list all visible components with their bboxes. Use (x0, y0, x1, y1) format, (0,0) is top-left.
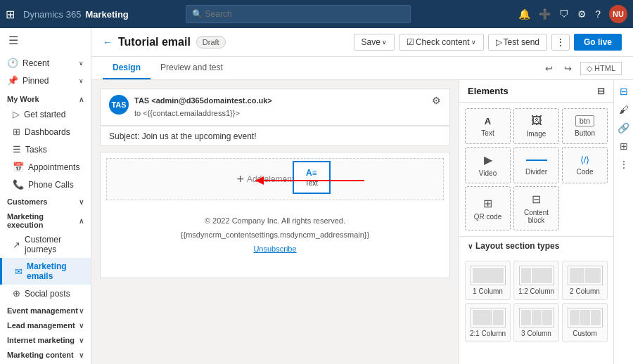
mywork-group-header[interactable]: My Work ∧ (0, 91, 91, 105)
element-card-qr-code[interactable]: ⊞ QR code (465, 186, 511, 230)
from-avatar: TAS (109, 95, 129, 115)
column (473, 268, 504, 283)
sidebar-item-phone-calls[interactable]: 📞 Phone Calls (0, 176, 91, 193)
html-button[interactable]: ◇ HTML (580, 62, 622, 75)
from-name: TAS <admin@d365domaintest.co.uk> (134, 95, 272, 108)
customers-group-header[interactable]: Customers ∨ (0, 193, 91, 208)
lead-management-group-header[interactable]: Lead management ∨ (0, 317, 91, 332)
element-card-content-block[interactable]: ⊟ Content block (513, 186, 559, 230)
sidebar-item-recent[interactable]: 🕐 Recent ∨ (0, 54, 91, 72)
element-card-image[interactable]: 🖼 Image (513, 108, 559, 144)
back-button[interactable]: ← (103, 37, 113, 48)
search-icon: 🔍 (192, 9, 203, 19)
column (585, 268, 601, 283)
email-meta: TAS TAS <admin@d365domaintest.co.uk> to … (100, 89, 450, 126)
rocket-icon: ▷ (13, 109, 20, 119)
layout-card-1-column[interactable]: 1 Column (465, 261, 511, 300)
check-content-button[interactable]: ☑ Check content ∨ (399, 34, 484, 51)
email-from: TAS TAS <admin@d365domaintest.co.uk> to … (109, 95, 272, 119)
marketing-execution-group-header[interactable]: Marketing execution ∧ (0, 208, 91, 231)
internet-marketing-group-header[interactable]: Internet marketing ∨ (0, 332, 91, 346)
tabs-left: Design Preview and test (103, 57, 233, 79)
add-icon[interactable]: ➕ (539, 8, 551, 20)
filter-icon[interactable]: ⛉ (559, 8, 569, 20)
sidebar-item-pinned[interactable]: 📌 Pinned ∨ (0, 72, 91, 89)
column (521, 310, 531, 325)
layout-visual-21col (471, 308, 506, 327)
email-body[interactable]: + Add element here A≡ Text (100, 152, 450, 278)
redo-button[interactable]: ↪ (561, 62, 575, 75)
layout-tool-icon[interactable]: ⊞ (620, 141, 628, 152)
element-card-button[interactable]: btn Button (562, 108, 608, 144)
settings-icon[interactable]: ⚙ (577, 8, 587, 20)
layout-card-custom[interactable]: Custom (562, 303, 608, 342)
dashboard-icon: ⊞ (13, 126, 20, 137)
unsubscribe-link[interactable]: Unsubscribe (253, 245, 296, 253)
search-bar[interactable]: 🔍 (186, 5, 411, 23)
tab-preview[interactable]: Preview and test (151, 57, 233, 79)
text-icon: A (485, 116, 491, 126)
top-navigation: ⊞ Dynamics 365 Marketing 🔍 🔔 ➕ ⛉ ⚙ ? NU (0, 0, 633, 28)
layout-card-21-column[interactable]: 2:1 Column (465, 303, 511, 342)
hamburger-button[interactable]: ☰ (0, 28, 91, 53)
go-live-button[interactable]: Go live (574, 34, 622, 51)
help-icon[interactable]: ? (595, 8, 601, 20)
more-options-button[interactable]: ⋮ (551, 34, 570, 51)
from-details: TAS <admin@d365domaintest.co.uk> to <{{c… (134, 95, 272, 119)
sidebar-item-marketing-emails[interactable]: ✉ Marketing emails (0, 258, 91, 285)
layout-card-2-column[interactable]: 2 Column (562, 261, 608, 300)
right-tools: ⊟ 🖌 🔗 ⊞ ⋮ (613, 80, 633, 364)
column (591, 310, 601, 325)
layout-visual-12col (519, 266, 554, 285)
save-button[interactable]: Save ∨ (354, 34, 395, 51)
grid-icon[interactable]: ⊞ (6, 8, 15, 21)
lead-management-label: Lead management (7, 321, 75, 330)
user-avatar[interactable]: NU (609, 5, 627, 23)
sidebar-item-dashboards[interactable]: ⊞ Dashboards (0, 123, 91, 141)
test-send-label: Test send (504, 37, 539, 47)
layout-card-12-column[interactable]: 1:2 Column (513, 261, 559, 300)
element-card-video[interactable]: ▶ Video (465, 147, 511, 183)
search-input[interactable] (205, 9, 404, 19)
email-icon: ✉ (15, 266, 23, 277)
event-management-group-header[interactable]: Event management ∨ (0, 302, 91, 317)
link-tool-icon[interactable]: 🔗 (618, 122, 629, 134)
element-text-label: Text (481, 129, 494, 137)
brand-logo: Dynamics 365 Marketing (23, 9, 129, 20)
extra-tool-icon[interactable]: ⋮ (619, 159, 629, 170)
sidebar-item-get-started[interactable]: ▷ Get started (0, 105, 91, 123)
sidebar-item-tasks[interactable]: ☰ Tasks (0, 141, 91, 158)
notifications-icon[interactable]: 🔔 (518, 8, 530, 20)
sidebar-item-social-posts[interactable]: ⊕ Social posts (0, 285, 91, 302)
element-code-label: Code (577, 168, 594, 176)
sidebar-item-appointments[interactable]: 📅 Appointments (0, 158, 91, 176)
sidebar-item-social-posts-label: Social posts (25, 289, 70, 299)
nav-icons: 🔔 ➕ ⛉ ⚙ ? NU (518, 5, 627, 23)
layout-card-3-column[interactable]: 3 Column (513, 303, 559, 342)
plus-icon: + (236, 172, 244, 187)
journey-icon: ↗ (13, 240, 20, 250)
marketing-content-group-header[interactable]: Marketing content ∨ (0, 346, 91, 361)
footer-copyright: © 2022 Company Inc. All rights reserved. (109, 214, 441, 228)
element-card-text[interactable]: A Text (465, 108, 511, 144)
brush-tool-icon[interactable]: 🖌 (619, 104, 629, 115)
layout-section-header[interactable]: ∨ Layout section types (459, 236, 613, 255)
elements-tool-icon[interactable]: ⊟ (620, 86, 628, 97)
sidebar-item-customer-journeys[interactable]: ↗ Customer journeys (0, 231, 91, 258)
element-video-label: Video (479, 169, 497, 177)
tab-design[interactable]: Design (103, 57, 151, 79)
chevron-up-icon: ∧ (79, 217, 84, 225)
test-send-button[interactable]: ▷ Test send (488, 34, 547, 51)
column (570, 268, 585, 283)
subject-label: Subject: (109, 131, 139, 141)
column (532, 310, 542, 325)
column (570, 310, 580, 325)
element-card-divider[interactable]: Divider (513, 147, 559, 183)
undo-button[interactable]: ↩ (542, 62, 556, 75)
element-card-code[interactable]: ⟨/⟩ Code (562, 147, 608, 183)
column (521, 268, 531, 283)
marketing-templates-group-header[interactable]: Marketing templates ∨ (0, 361, 91, 364)
elements-panel-icon: ⊟ (597, 86, 605, 96)
main-layout: ☰ 🕐 Recent ∨ 📌 Pinned ∨ My Work ∧ ▷ Get … (0, 28, 633, 364)
email-settings-icon[interactable]: ⚙ (432, 95, 441, 106)
